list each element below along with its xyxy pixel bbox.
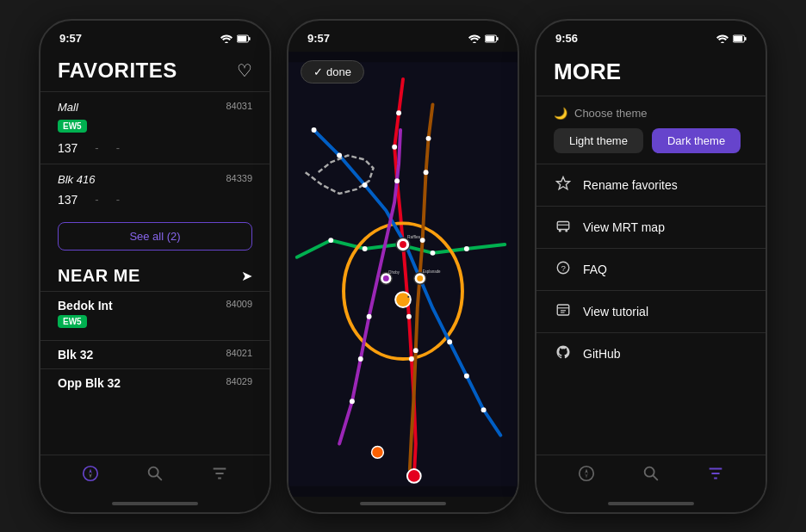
done-button[interactable]: ✓ done — [301, 60, 364, 84]
svg-rect-2 — [249, 37, 251, 40]
tab-compass-1[interactable] — [81, 464, 100, 483]
svg-text:Dhoby: Dhoby — [388, 270, 400, 275]
home-indicator-3 — [608, 502, 694, 505]
buses-mall: 137 - - — [58, 138, 252, 158]
tab-compass-3[interactable] — [577, 464, 596, 483]
menu-faq[interactable]: ? FAQ — [536, 248, 766, 290]
tab-search-1[interactable] — [146, 464, 164, 483]
home-indicator-1 — [112, 502, 198, 505]
wifi-icon-2 — [468, 34, 480, 43]
stop-name-blk416: Blk 416 — [58, 173, 95, 186]
mrt-map-svg[interactable]: Raffles Dhoby Esplanade ● — [288, 52, 518, 497]
filter-icon-3 — [706, 464, 725, 483]
near-stop-opp-blk32[interactable]: Opp Blk 32 84029 — [40, 368, 270, 397]
home-indicator-2 — [360, 502, 446, 505]
theme-buttons: Light theme Dark theme — [554, 128, 748, 153]
svg-point-16 — [400, 241, 406, 248]
svg-rect-1 — [238, 35, 246, 40]
menu-rename-favorites[interactable]: Rename favorites — [536, 164, 766, 206]
tutorial-icon — [554, 302, 573, 321]
time-2: 9:57 — [307, 32, 330, 45]
svg-rect-46 — [734, 35, 742, 40]
menu-view-mrt-map[interactable]: View MRT map — [536, 206, 766, 248]
status-bar-1: 9:57 — [40, 21, 270, 52]
near-me-header: NEAR ME ➤ — [40, 257, 270, 291]
search-icon-1 — [146, 464, 164, 483]
menu-view-tutorial[interactable]: View tutorial — [536, 290, 766, 332]
stop-name-mall: Mall — [58, 101, 78, 114]
phone-map: 9:57 ✓ done — [287, 19, 519, 514]
svg-point-17 — [383, 275, 389, 281]
compass-icon-3 — [577, 464, 596, 483]
svg-point-32 — [464, 373, 469, 378]
tag-ew5-mall: EW5 — [58, 120, 87, 133]
location-icon: ➤ — [241, 268, 252, 284]
near-stop-blk32[interactable]: Blk 32 84021 — [40, 340, 270, 368]
status-bar-2: 9:57 — [288, 21, 518, 52]
svg-line-7 — [157, 475, 161, 479]
svg-point-20 — [363, 245, 368, 251]
screens-container: 9:57 FAVORITES ♡ Mall 84031 EW5 137 - — [22, 2, 784, 531]
svg-point-31 — [447, 339, 452, 344]
svg-text:Raffles: Raffles — [407, 235, 421, 239]
done-bar: ✓ done — [301, 60, 364, 84]
svg-point-30 — [363, 182, 368, 188]
heart-icon: ♡ — [237, 60, 252, 81]
svg-rect-49 — [557, 221, 569, 229]
light-theme-button[interactable]: Light theme — [554, 128, 643, 153]
time-1: 9:57 — [59, 32, 82, 45]
filter-icon-1 — [210, 464, 229, 483]
svg-rect-13 — [497, 37, 499, 40]
svg-point-24 — [392, 144, 397, 149]
svg-text:Esplanade: Esplanade — [423, 269, 441, 273]
faq-label: FAQ — [583, 263, 607, 276]
svg-point-3 — [83, 466, 97, 480]
choose-theme-label: 🌙 Choose theme — [554, 107, 748, 120]
svg-point-18 — [417, 275, 423, 281]
tab-filter-1[interactable] — [210, 464, 229, 483]
svg-marker-4 — [89, 468, 92, 473]
svg-marker-63 — [585, 473, 588, 479]
dark-theme-button[interactable]: Dark theme — [652, 128, 741, 153]
svg-point-39 — [420, 238, 425, 243]
stop-num-mall: 84031 — [226, 101, 252, 111]
near-me-title: NEAR ME — [58, 266, 140, 286]
svg-point-61 — [579, 466, 593, 480]
bus-icon — [554, 218, 573, 237]
svg-point-38 — [424, 170, 429, 175]
status-bar-3: 9:56 — [536, 21, 766, 52]
phone-more: 9:56 MORE 🌙 Choose theme Light theme Dar… — [535, 19, 767, 514]
tab-bar-1 — [40, 455, 270, 497]
status-icons-2 — [468, 34, 499, 43]
more-header: MORE — [536, 52, 766, 96]
menu-github[interactable]: GitHub — [536, 332, 766, 374]
svg-point-33 — [481, 407, 487, 412]
star-icon — [554, 176, 573, 195]
endpoint-west — [372, 446, 384, 458]
svg-marker-48 — [557, 176, 570, 189]
svg-point-25 — [394, 178, 400, 183]
github-label: GitHub — [583, 347, 621, 361]
near-stop-bedok[interactable]: Bedok Int 84009 EW5 — [40, 291, 270, 340]
endpoint-south — [407, 469, 421, 483]
buses-blk416: 137 - - — [58, 189, 252, 210]
favorite-item-mall[interactable]: Mall 84031 EW5 137 - - — [40, 91, 270, 164]
svg-point-23 — [396, 110, 401, 115]
tab-search-3[interactable] — [642, 464, 660, 483]
search-icon-3 — [642, 464, 660, 483]
svg-point-27 — [409, 356, 414, 362]
svg-line-65 — [653, 475, 657, 479]
svg-point-21 — [431, 250, 436, 255]
tab-filter-3[interactable] — [706, 464, 725, 483]
battery-icon-1 — [237, 34, 251, 43]
screen3-content: MORE 🌙 Choose theme Light theme Dark the… — [536, 52, 766, 455]
battery-icon-3 — [733, 34, 747, 43]
screen1-content: FAVORITES ♡ Mall 84031 EW5 137 - - — [40, 52, 270, 455]
moon-icon: 🌙 — [554, 107, 567, 120]
question-icon: ? — [554, 260, 573, 279]
svg-point-29 — [337, 152, 342, 158]
favorite-item-blk416[interactable]: Blk 416 84339 137 - - — [40, 164, 270, 215]
see-all-button[interactable]: See all (2) — [58, 222, 252, 251]
rename-favorites-label: Rename favorites — [583, 178, 678, 192]
wifi-icon-1 — [220, 34, 232, 43]
